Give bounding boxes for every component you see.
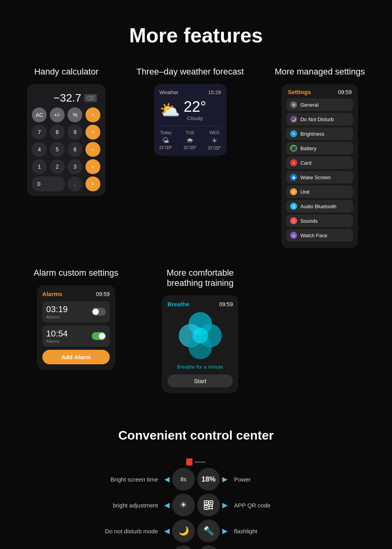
calc-btn-8[interactable]: 8 (50, 125, 65, 140)
calculator-display: −32.7 ⌫ (32, 89, 101, 107)
settings-item-dnd[interactable]: 🌙 Do Not Disturb (286, 113, 353, 125)
settings-item-wakescreen[interactable]: ◉ Wake Screen (286, 171, 353, 184)
breathe-widget: Breathe 09:59 Breathe for a minute Start (162, 295, 238, 393)
settings-item-watchface[interactable]: ◎ Watch Face (286, 229, 353, 242)
ctrl-btn-power-percent[interactable]: 18% (197, 468, 220, 491)
alarm-label: Alarm custom settings (34, 268, 118, 278)
calc-btn-sign[interactable]: +/- (50, 107, 65, 122)
calc-btn-5[interactable]: 5 (50, 142, 65, 157)
bottom-panels: Alarm custom settings Alarms 09:59 03:19… (0, 268, 392, 393)
settings-header: Settings 09:59 (286, 89, 353, 95)
petal-center (192, 328, 208, 344)
alarm-toggle-1[interactable] (92, 332, 106, 340)
settings-item-bluetooth[interactable]: 𝔹 Audio Bluetooth (286, 200, 353, 213)
settings-item-battery[interactable]: ⬛ Battery (286, 142, 353, 155)
control-label-bright-screen: Bright screen time (80, 476, 158, 483)
settings-label-sounds: Sounds (300, 218, 318, 224)
settings-item-unit[interactable]: ⊘ Unit (286, 185, 353, 198)
alarm-item-1-info: 10:54 Alarms (46, 329, 68, 344)
alarm-time-0: 03:19 (46, 304, 68, 314)
weather-forecast: Today 🌤 21°/22° TUE 🌧 21°/22° WED ☀ 21°/… (160, 126, 221, 150)
arrow-right-0: ▶ (222, 475, 228, 484)
settings-label-battery: Battery (300, 145, 316, 151)
add-alarm-button[interactable]: Add Alarm (42, 350, 110, 364)
settings-item-sounds[interactable]: ♪ Sounds (286, 215, 353, 227)
calc-btn-0[interactable]: 0 (32, 176, 65, 191)
calc-btn-percent[interactable]: % (67, 107, 82, 122)
alarm-item-0-info: 03:19 Alarms (46, 304, 68, 319)
ctrl-btn-bright-adj[interactable]: ☀ (172, 494, 195, 516)
control-pair-2: ◀ 🌙 🔦 ▶ (164, 520, 228, 542)
settings-icon-sounds: ♪ (290, 217, 297, 224)
calc-btn-9[interactable]: 9 (67, 125, 82, 140)
calc-btn-minus[interactable]: − (85, 142, 100, 157)
ctrl-btn-brightness-time[interactable]: 8s (172, 468, 195, 491)
calc-btn-divide[interactable]: ÷ (85, 107, 100, 122)
forecast-temp-0: 21°/22° (160, 145, 172, 150)
svg-rect-9 (211, 508, 213, 509)
calc-display-value: −32.7 (54, 92, 82, 104)
arrow-right-2: ▶ (222, 527, 228, 535)
control-row-2: Do not disturb mode ◀ 🌙 🔦 ▶ flashlight (80, 520, 312, 542)
settings-item-card[interactable]: ▪ Card (286, 156, 353, 169)
ctrl-btn-qr[interactable] (197, 494, 220, 516)
forecast-temp-1: 21°/22° (184, 145, 197, 150)
calc-btn-equals[interactable]: = (85, 176, 100, 191)
arrow-left-2: ◀ (164, 527, 170, 535)
settings-label-watchface: Watch Face (300, 233, 327, 238)
control-row-3: Device Information ◀ ⓘ ▶ Card settin (80, 545, 312, 549)
control-center: Bright screen time ◀ 8s 18% ▶ Power brig… (0, 458, 392, 549)
percent-display: 18% (201, 475, 216, 484)
settings-label-dnd: Do Not Disturb (300, 116, 334, 122)
alarm-time: 09:59 (96, 291, 110, 297)
svg-rect-5 (205, 507, 207, 508)
weather-label: Three–day weather forecast (136, 67, 244, 77)
weather-time: 15:29 (208, 89, 221, 95)
calc-btn-3[interactable]: 3 (67, 159, 82, 174)
settings-item-brightness[interactable]: ✳ Brightness (286, 127, 353, 140)
control-row-0: Bright screen time ◀ 8s 18% ▶ Power (80, 468, 312, 491)
ctrl-btn-card[interactable] (197, 545, 220, 549)
notch-red (186, 458, 192, 465)
settings-icon-dnd: 🌙 (290, 116, 297, 123)
forecast-day-1: TUE 🌧 21°/22° (184, 130, 197, 150)
calc-btn-4[interactable]: 4 (32, 142, 47, 157)
ctrl-btn-flashlight[interactable]: 🔦 (197, 520, 220, 542)
control-label-dnd: Do not disturb mode (80, 528, 158, 534)
settings-item-general[interactable]: ⚙ General (286, 98, 353, 111)
notch-line (194, 462, 206, 463)
settings-panel: More managed settings Settings 09:59 ⚙ G… (275, 67, 365, 248)
breathe-title: Breathe (167, 301, 189, 307)
settings-label: More managed settings (275, 67, 365, 77)
calc-btn-6[interactable]: 6 (67, 142, 82, 157)
svg-rect-6 (209, 505, 211, 507)
forecast-icon-1: 🌧 (184, 136, 197, 145)
calc-btn-ac[interactable]: AC (32, 107, 47, 122)
calc-btn-1[interactable]: 1 (32, 159, 47, 174)
weather-temp: 22° (184, 98, 206, 115)
calc-btn-dot[interactable]: . (67, 176, 82, 191)
ctrl-btn-dnd[interactable]: 🌙 (172, 520, 195, 542)
settings-icon-wakescreen: ◉ (290, 174, 297, 181)
settings-time: 09:59 (338, 89, 352, 95)
svg-rect-1 (205, 502, 207, 504)
calc-btn-plus[interactable]: + (85, 159, 100, 174)
breathe-header: Breathe 09:59 (167, 301, 233, 307)
ctrl-btn-info[interactable]: ⓘ (172, 545, 195, 549)
calculator-label: Handy calculator (34, 67, 98, 77)
settings-label-general: General (300, 102, 318, 108)
svg-rect-7 (211, 505, 213, 507)
control-pair-0: ◀ 8s 18% ▶ (164, 468, 228, 491)
calc-btn-2[interactable]: 2 (50, 159, 65, 174)
watch-notch-area (180, 458, 212, 465)
weather-app-label: Weather (160, 89, 179, 95)
calc-btn-7[interactable]: 7 (32, 125, 47, 140)
settings-icon-unit: ⊘ (290, 188, 297, 195)
calc-grid: AC +/- % ÷ 7 8 9 × 4 5 6 − 1 2 3 + 0 . = (32, 107, 101, 191)
breathe-start-button[interactable]: Start (167, 374, 233, 387)
alarm-toggle-0[interactable] (92, 308, 106, 316)
settings-label-wakescreen: Wake Screen (300, 175, 331, 180)
backspace-icon[interactable]: ⌫ (84, 94, 97, 102)
settings-label-unit: Unit (300, 189, 309, 195)
calc-btn-multiply[interactable]: × (85, 125, 100, 140)
